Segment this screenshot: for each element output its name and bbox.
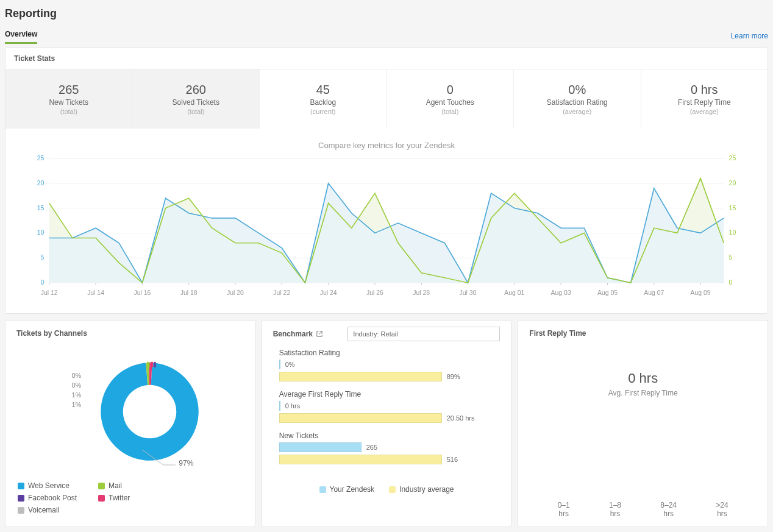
benchmark-metric-name: New Tickets	[279, 431, 494, 440]
svg-text:Jul 26: Jul 26	[366, 289, 383, 296]
ticket-stats-panel: Ticket Stats 265 New Tickets (total)260 …	[5, 48, 768, 314]
svg-text:Jul 30: Jul 30	[460, 289, 477, 296]
stat-sublabel: (total)	[391, 108, 510, 115]
stat-sublabel: (total)	[9, 108, 129, 115]
channels-card: Tickets by Channels 0%0%1%1% 97% Web Ser…	[5, 320, 255, 527]
svg-text:10: 10	[37, 230, 45, 236]
benchmark-metric-name: Satisfaction Rating	[279, 349, 494, 357]
frt-bucket: 0–1hrs	[558, 501, 570, 518]
frt-bucket: 8–24hrs	[660, 501, 677, 518]
donut-small-percent: 0%	[45, 380, 81, 390]
stat-sublabel: (average)	[645, 108, 764, 115]
stat-value: 45	[263, 83, 383, 97]
donut-leader-line	[142, 450, 179, 468]
stat-sublabel: (total)	[137, 108, 256, 115]
svg-rect-48	[147, 362, 149, 367]
stat-solved-tickets[interactable]: 260 Solved Tickets (total)	[133, 69, 260, 129]
benchmark-your-value: 0%	[285, 361, 295, 368]
stat-value: 265	[9, 83, 129, 97]
stat-value: 0%	[518, 83, 637, 97]
channels-donut-chart: 0%0%1%1% 97%	[45, 352, 215, 468]
benchmark-your-bar	[279, 401, 280, 411]
stat-satisfaction-rating[interactable]: 0% Satisfaction Rating (average)	[514, 69, 641, 129]
stat-first-reply-time[interactable]: 0 hrs First Reply Time (average)	[641, 69, 768, 129]
frt-subtitle: Avg. First Reply Time	[524, 389, 761, 397]
benchmark-your-value: 0 hrs	[285, 402, 300, 410]
svg-text:20: 20	[729, 180, 736, 186]
channels-title: Tickets by Channels	[5, 321, 255, 346]
benchmark-metric-name: Average First Reply Time	[279, 390, 494, 399]
frt-title: First Reply Time	[518, 321, 768, 346]
svg-text:5: 5	[41, 254, 45, 261]
stat-sublabel: (current)	[263, 108, 383, 115]
ticket-stats-title: Ticket Stats	[5, 48, 768, 69]
benchmark-industry-select[interactable]	[347, 327, 500, 341]
tab-overview[interactable]: Overview	[5, 26, 37, 44]
tab-bar: Overview Learn more	[5, 26, 768, 44]
benchmark-industry-bar	[279, 413, 442, 423]
svg-text:0: 0	[41, 279, 45, 286]
svg-rect-49	[151, 362, 153, 367]
svg-text:15: 15	[37, 205, 45, 211]
svg-text:10: 10	[729, 230, 736, 236]
stat-label: Solved Tickets	[137, 98, 256, 107]
page-title: Reporting	[5, 7, 768, 20]
stat-sublabel: (average)	[518, 108, 637, 115]
svg-text:Aug 05: Aug 05	[597, 289, 618, 296]
legend-item: Twitter	[98, 494, 165, 502]
svg-text:Jul 12: Jul 12	[41, 289, 58, 296]
stat-value: 260	[137, 83, 256, 97]
benchmark-metric: Average First Reply Time 0 hrs 20.50 hrs	[279, 390, 494, 423]
donut-small-percent: 1%	[45, 390, 81, 400]
compare-chart-title: Compare key metrics for your Zendesk	[5, 129, 768, 155]
benchmark-industry-value: 89%	[447, 373, 460, 380]
benchmark-industry-value: 516	[447, 456, 458, 463]
legend-item: Voicemail	[18, 506, 85, 514]
svg-text:15: 15	[729, 205, 736, 211]
legend-item: Facebook Post	[18, 494, 85, 502]
frt-buckets: 0–1hrs1–8hrs8–24hrs>24hrs	[518, 501, 768, 518]
svg-text:25: 25	[37, 155, 45, 161]
benchmark-your-bar	[279, 360, 280, 369]
svg-text:5: 5	[729, 254, 733, 261]
benchmark-metric: New Tickets 265 516	[279, 431, 494, 464]
first-reply-time-card: First Reply Time 0 hrs Avg. First Reply …	[518, 320, 768, 527]
stat-backlog[interactable]: 45 Backlog (current)	[260, 69, 387, 129]
compare-line-chart: 00551010151520202525Jul 12Jul 14Jul 16Ju…	[5, 155, 768, 313]
stat-label: Satisfaction Rating	[518, 98, 637, 107]
stat-label: Agent Touches	[391, 98, 510, 107]
svg-text:Jul 22: Jul 22	[273, 289, 290, 296]
svg-text:Jul 14: Jul 14	[87, 289, 104, 296]
benchmark-your-value: 265	[366, 444, 377, 451]
stat-label: First Reply Time	[645, 98, 764, 107]
stat-value: 0	[391, 83, 510, 97]
stat-value: 0 hrs	[645, 83, 764, 97]
stat-new-tickets[interactable]: 265 New Tickets (total)	[5, 69, 133, 129]
stat-label: Backlog	[263, 98, 383, 107]
svg-text:25: 25	[729, 155, 736, 161]
benchmark-legend: Your Zendesk Industry average	[262, 485, 511, 494]
benchmark-your-bar	[279, 442, 362, 452]
benchmark-title: Benchmark	[273, 330, 322, 338]
stat-agent-touches[interactable]: 0 Agent Touches (total)	[387, 69, 515, 129]
svg-text:Jul 20: Jul 20	[227, 289, 244, 296]
donut-small-percent: 0%	[45, 371, 81, 380]
external-link-icon	[316, 331, 322, 337]
svg-text:Jul 24: Jul 24	[320, 289, 337, 296]
frt-value: 0 hrs	[524, 371, 761, 386]
svg-text:Jul 18: Jul 18	[180, 289, 198, 296]
legend-item: Mail	[98, 481, 165, 490]
svg-text:Aug 07: Aug 07	[644, 289, 664, 296]
benchmark-industry-value: 20.50 hrs	[447, 414, 475, 422]
svg-rect-50	[154, 362, 156, 367]
svg-text:Jul 16: Jul 16	[134, 289, 151, 296]
svg-text:0: 0	[729, 279, 733, 286]
benchmark-card: Benchmark Satisfaction Rating 0% 89% Ave…	[262, 320, 512, 527]
benchmark-metric: Satisfaction Rating 0% 89%	[279, 349, 494, 381]
donut-small-percent: 1%	[45, 400, 81, 410]
frt-bucket: 1–8hrs	[609, 501, 621, 518]
svg-text:Aug 01: Aug 01	[504, 289, 524, 296]
benchmark-industry-bar	[279, 455, 442, 464]
benchmark-industry-bar	[279, 372, 442, 381]
learn-more-link[interactable]: Learn more	[731, 32, 768, 40]
